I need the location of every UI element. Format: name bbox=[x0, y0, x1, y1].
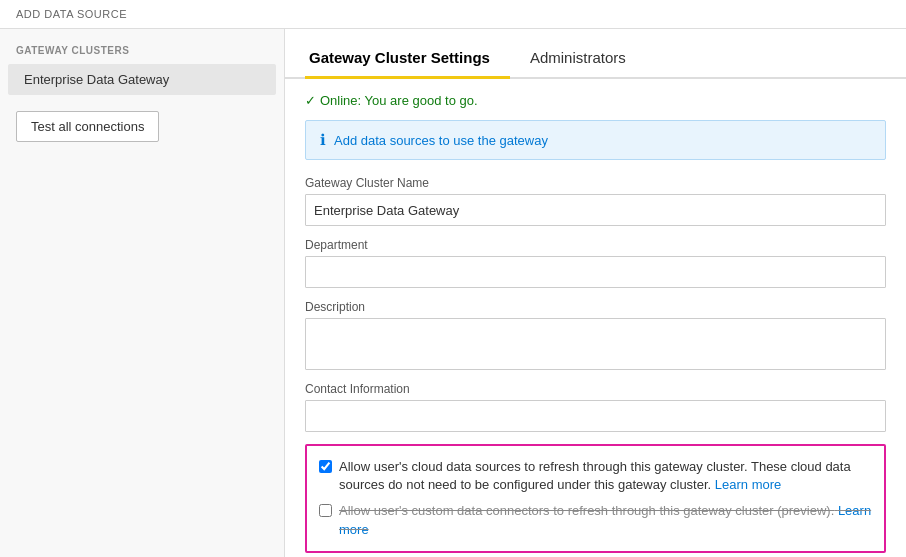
checkbox-row-custom-connectors: Allow user's custom data connectors to r… bbox=[319, 502, 872, 538]
checkbox-custom-connectors[interactable] bbox=[319, 504, 332, 517]
field-description: Description bbox=[305, 300, 886, 370]
info-icon: ℹ bbox=[320, 131, 326, 149]
field-label-department: Department bbox=[305, 238, 886, 252]
test-all-connections-button[interactable]: Test all connections bbox=[16, 111, 159, 142]
field-department: Department bbox=[305, 238, 886, 288]
checkbox-label-custom-connectors: Allow user's custom data connectors to r… bbox=[339, 502, 872, 538]
sidebar-button-area: Test all connections bbox=[0, 95, 284, 158]
cloud-refresh-learn-more-link[interactable]: Learn more bbox=[715, 477, 781, 492]
field-label-contact-info: Contact Information bbox=[305, 382, 886, 396]
tab-bar: Gateway Cluster Settings Administrators bbox=[285, 39, 906, 79]
info-banner: ℹ Add data sources to use the gateway bbox=[305, 120, 886, 160]
tab-administrators[interactable]: Administrators bbox=[526, 39, 646, 79]
content-body: ✓ Online: You are good to go. ℹ Add data… bbox=[285, 79, 906, 557]
add-data-sources-link[interactable]: Add data sources to use the gateway bbox=[334, 133, 548, 148]
status-line: ✓ Online: You are good to go. bbox=[305, 93, 886, 108]
field-contact-info: Contact Information bbox=[305, 382, 886, 432]
input-department[interactable] bbox=[305, 256, 886, 288]
checkbox-row-cloud-refresh: Allow user's cloud data sources to refre… bbox=[319, 458, 872, 494]
sidebar-section-label: Gateway Clusters bbox=[0, 45, 284, 64]
checkmark-icon: ✓ bbox=[305, 93, 316, 108]
top-bar: Add Data Source bbox=[0, 0, 906, 29]
input-description[interactable] bbox=[305, 318, 886, 370]
top-bar-label: Add Data Source bbox=[16, 8, 127, 20]
status-text: Online: You are good to go. bbox=[320, 93, 478, 108]
checkbox-cloud-refresh[interactable] bbox=[319, 460, 332, 473]
input-cluster-name[interactable] bbox=[305, 194, 886, 226]
tab-cluster-settings[interactable]: Gateway Cluster Settings bbox=[305, 39, 510, 79]
highlighted-checkboxes-section: Allow user's cloud data sources to refre… bbox=[305, 444, 886, 553]
field-cluster-name: Gateway Cluster Name bbox=[305, 176, 886, 226]
field-label-description: Description bbox=[305, 300, 886, 314]
sidebar: Gateway Clusters Enterprise Data Gateway… bbox=[0, 29, 285, 557]
input-contact-info[interactable] bbox=[305, 400, 886, 432]
content-area: Gateway Cluster Settings Administrators … bbox=[285, 29, 906, 557]
sidebar-item-enterprise[interactable]: Enterprise Data Gateway bbox=[8, 64, 276, 95]
checkbox-label-cloud-refresh: Allow user's cloud data sources to refre… bbox=[339, 458, 872, 494]
field-label-cluster-name: Gateway Cluster Name bbox=[305, 176, 886, 190]
